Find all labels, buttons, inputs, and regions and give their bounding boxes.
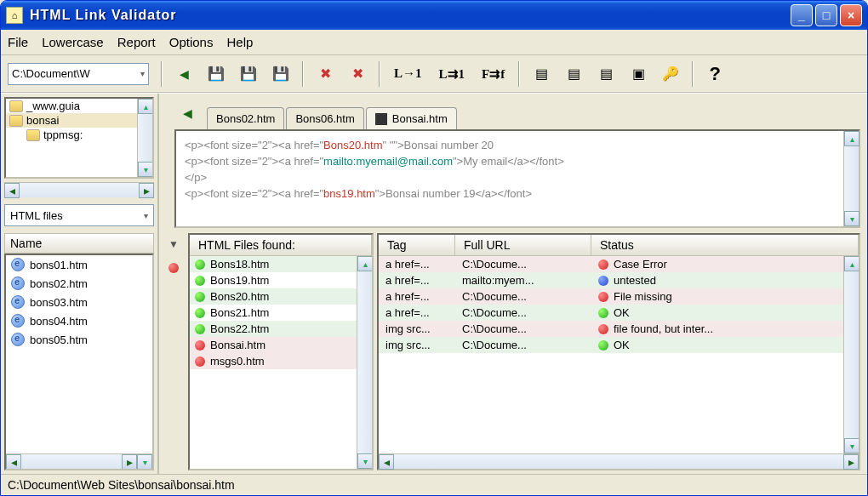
menu-lowercase[interactable]: Lowercase <box>42 35 104 49</box>
path-combo[interactable]: C:\Document\W ▾ <box>8 63 149 85</box>
disk-icon <box>375 113 387 125</box>
col-status[interactable]: Status <box>591 235 859 255</box>
save-all-icon[interactable]: 💾 <box>268 61 294 87</box>
tree-item[interactable]: _www.guia <box>6 99 137 113</box>
dropdown-icon: ▾ <box>144 211 148 220</box>
ok-icon <box>195 308 205 318</box>
ok-icon <box>195 259 205 270</box>
folder-tree[interactable]: _www.guia bonsai tppmsg: ▴▾ <box>4 97 154 179</box>
maximize-button[interactable]: □ <box>815 4 837 26</box>
ok-icon <box>195 292 205 302</box>
found-pane: HTML Files found: Bons18.htm Bons19.htm … <box>188 233 374 470</box>
table-row[interactable]: a href=...C:\Docume...File missing <box>379 288 843 305</box>
ok-icon <box>195 324 205 334</box>
ok-icon <box>195 276 205 286</box>
error-icon <box>195 356 205 367</box>
green-icon <box>598 340 608 351</box>
list-item[interactable]: Bons21.htm <box>190 305 357 321</box>
col-tag[interactable]: Tag <box>379 235 455 255</box>
list-item[interactable]: bons04.htm <box>6 311 152 330</box>
back-button[interactable]: ◀ <box>171 61 197 87</box>
list-item[interactable]: Bons22.htm <box>190 321 357 337</box>
table-row[interactable]: a href=...C:\Docume...OK <box>379 305 843 321</box>
tabs: ◀ Bons02.htm Bons06.htm Bonsai.htm <box>174 100 860 129</box>
scrollbar-vertical[interactable]: ▴▾ <box>843 131 859 226</box>
app-icon: ⌂ <box>6 7 23 24</box>
tab-bonsai[interactable]: Bonsai.htm <box>366 107 457 129</box>
green-icon <box>598 308 608 318</box>
minimize-button[interactable]: _ <box>791 4 813 26</box>
menu-file[interactable]: File <box>8 35 28 49</box>
scrollbar-horizontal[interactable]: ◂▸▾ <box>6 453 152 469</box>
close-button[interactable]: × <box>840 4 862 26</box>
list-item[interactable]: Bonsai.htm <box>190 337 357 353</box>
list-item[interactable]: bons01.htm <box>6 255 152 274</box>
table-row[interactable]: img src...C:\Docume...OK <box>379 337 843 353</box>
menubar: File Lowercase Report Options Help <box>1 30 867 55</box>
list-item[interactable]: Bons19.htm <box>190 272 357 288</box>
lowercase-one-button[interactable]: L→1 <box>389 61 427 87</box>
statusbar: C:\Document\Web Sites\bonsai\bonsai.htm <box>1 474 867 495</box>
name-header[interactable]: Name <box>4 233 154 254</box>
save-selected-icon[interactable]: 💾 <box>236 61 261 87</box>
table-row[interactable]: a href=...mailto:myem...untested <box>379 272 843 288</box>
red-icon <box>598 292 608 302</box>
key-icon[interactable]: 🔑 <box>658 61 683 87</box>
list-item[interactable]: bons05.htm <box>6 330 152 349</box>
ie-icon <box>11 295 25 309</box>
cancel-one-icon[interactable]: ✖ <box>312 61 338 87</box>
scrollbar-vertical[interactable]: ▴▾ <box>137 99 152 177</box>
toolbar: C:\Document\W ▾ ◀ 💾 💾 💾 ✖ ✖ L→1 L⇉1 F⇉f … <box>1 55 867 93</box>
list-item[interactable]: msgs0.htm <box>190 353 357 369</box>
blue-icon <box>598 276 608 286</box>
scrollbar-horizontal[interactable]: ◂▸ <box>4 182 154 197</box>
tree-item[interactable]: bonsai <box>6 113 137 128</box>
code-pane[interactable]: <p><font size="2"><a href="Bons20.htm" "… <box>174 129 860 228</box>
list-item[interactable]: Bons20.htm <box>190 288 357 305</box>
help-button[interactable]: ? <box>702 61 728 87</box>
menu-help[interactable]: Help <box>226 35 253 49</box>
col-url[interactable]: Full URL <box>455 235 591 255</box>
dropdown-icon: ▾ <box>140 69 145 78</box>
links-grid: Tag Full URL Status a href=...C:\Docume.… <box>377 233 860 470</box>
scrollbar-vertical[interactable]: ▴▾ <box>843 256 859 453</box>
report2-icon[interactable]: ▤ <box>561 61 586 87</box>
titlebar[interactable]: ⌂ HTML Link Validator _ □ × <box>1 1 867 30</box>
ie-icon <box>11 314 25 328</box>
found-header[interactable]: HTML Files found: <box>190 235 372 255</box>
menu-options[interactable]: Options <box>169 35 214 49</box>
folder-icon <box>9 100 23 112</box>
tree-item[interactable]: tppmsg: <box>6 128 137 142</box>
ie-icon <box>11 277 25 290</box>
folder-open-icon <box>9 115 23 127</box>
save-icon[interactable]: 💾 <box>203 61 229 87</box>
scrollbar-vertical[interactable]: ▴▾ <box>357 256 372 469</box>
folder-icon <box>26 129 40 141</box>
filter-combo[interactable]: HTML files▾ <box>4 204 154 226</box>
ie-icon <box>11 258 25 271</box>
cancel-all-icon[interactable]: ✖ <box>345 61 370 87</box>
fix-batch-button[interactable]: F⇉f <box>477 61 510 87</box>
scrollbar-horizontal[interactable]: ◂▸ <box>379 453 859 469</box>
table-row[interactable]: img src...C:\Docume...file found, but in… <box>379 321 843 337</box>
table-row[interactable]: a href=...C:\Docume...Case Error <box>379 256 843 272</box>
error-icon <box>195 340 205 351</box>
export-icon[interactable]: ▣ <box>625 61 651 87</box>
nav-down-button[interactable]: ▼ <box>166 237 181 252</box>
error-marker-icon[interactable] <box>166 260 181 276</box>
tab-bons06[interactable]: Bons06.htm <box>286 107 363 129</box>
tabs-back-button[interactable]: ◀ <box>174 100 200 126</box>
list-item[interactable]: Bons18.htm <box>190 256 357 272</box>
red-icon <box>598 324 608 334</box>
path-text: C:\Document\W <box>12 67 90 80</box>
menu-report[interactable]: Report <box>117 35 156 49</box>
list-item[interactable]: bons03.htm <box>6 293 152 311</box>
report1-icon[interactable]: ▤ <box>528 61 554 87</box>
left-sidebar: _www.guia bonsai tppmsg: ▴▾ ◂▸ HTML file… <box>1 94 159 474</box>
lowercase-batch-button[interactable]: L⇉1 <box>434 61 471 87</box>
list-item[interactable]: bons02.htm <box>6 274 152 293</box>
file-list[interactable]: bons01.htm bons02.htm bons03.htm bons04.… <box>4 254 154 470</box>
window-title: HTML Link Validator <box>30 8 788 23</box>
report3-icon[interactable]: ▤ <box>593 61 619 87</box>
tab-bons02[interactable]: Bons02.htm <box>207 107 284 129</box>
